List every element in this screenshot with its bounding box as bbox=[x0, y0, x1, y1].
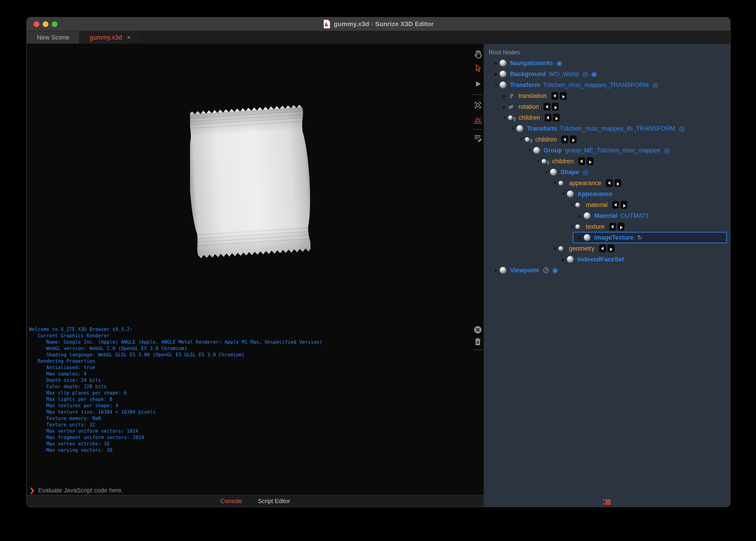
expander-icon[interactable]: ▶ bbox=[493, 60, 500, 66]
expander-icon[interactable]: ▶ bbox=[501, 93, 508, 99]
expander-icon[interactable]: ▼ bbox=[552, 246, 558, 251]
outline-row-imagetexture[interactable]: ▶ImageTexture↻ bbox=[484, 232, 730, 243]
script-edit-icon[interactable] bbox=[473, 133, 483, 143]
route-input-icon[interactable] bbox=[609, 223, 616, 231]
reload-texture-icon[interactable]: ↻ bbox=[637, 235, 643, 241]
expander-icon[interactable]: ▼ bbox=[552, 181, 558, 186]
route-output-icon[interactable] bbox=[570, 136, 577, 143]
visibility-icon[interactable]: ◎ bbox=[583, 169, 588, 176]
clear-console-icon[interactable] bbox=[473, 325, 483, 335]
route-output-icon[interactable] bbox=[618, 223, 624, 231]
expander-icon[interactable]: ▼ bbox=[518, 137, 525, 142]
expander-icon[interactable]: ▶ bbox=[493, 71, 500, 77]
trash-icon[interactable] bbox=[473, 337, 483, 347]
field-sphere-icon bbox=[542, 159, 546, 164]
route-input-icon[interactable] bbox=[561, 136, 568, 143]
expander-icon[interactable]: ▼ bbox=[535, 159, 542, 164]
visibility-icon[interactable]: ◎ bbox=[652, 82, 658, 88]
visibility-icon[interactable]: ◎ bbox=[582, 71, 588, 77]
route-output-icon[interactable] bbox=[552, 103, 559, 111]
expander-icon[interactable]: ▼ bbox=[568, 224, 575, 230]
outline-row-group[interactable]: ▼Groupgroup_ME_Tütchen_rissc_mappes◎ bbox=[484, 145, 730, 156]
node-sphere-icon bbox=[500, 71, 506, 77]
pan-hand-icon[interactable] bbox=[473, 49, 483, 59]
route-connectors bbox=[551, 92, 567, 100]
node-sphere-icon bbox=[584, 212, 591, 219]
outline-row-transform[interactable]: ▼TransformTütchen_rissc_mappes_TRANSFORM… bbox=[484, 80, 730, 90]
route-output-icon[interactable] bbox=[553, 114, 560, 122]
expander-icon[interactable]: ▼ bbox=[526, 148, 533, 153]
expander-icon[interactable]: ▼ bbox=[560, 192, 567, 197]
mfnode-list-icon bbox=[530, 139, 532, 143]
outline-row-appearance[interactable]: ▼appearance bbox=[484, 178, 730, 189]
route-output-icon[interactable] bbox=[614, 179, 621, 187]
expander-icon[interactable]: ▼ bbox=[493, 82, 500, 88]
route-output-icon[interactable] bbox=[621, 201, 627, 209]
visibility-icon[interactable]: ◎ bbox=[664, 147, 670, 154]
node-sphere-icon bbox=[567, 256, 574, 263]
node-type-label: Group bbox=[544, 147, 562, 154]
route-input-icon[interactable] bbox=[612, 201, 619, 209]
toolbar-divider bbox=[473, 129, 483, 130]
tool-wrench-icon[interactable] bbox=[543, 267, 549, 274]
outline-row-viewpoint[interactable]: ▶Viewpoint◉ bbox=[484, 265, 730, 276]
outline-row-translation[interactable]: ▶translation bbox=[484, 90, 730, 101]
close-tab-icon[interactable]: × bbox=[127, 34, 131, 41]
play-icon[interactable] bbox=[473, 79, 483, 89]
console-prompt[interactable]: ❯ Evaluate JavaScript code here. bbox=[27, 486, 484, 495]
outline-row-texture[interactable]: ▼texture bbox=[484, 221, 730, 232]
minimize-window-button[interactable] bbox=[43, 21, 48, 27]
tab-console[interactable]: Console bbox=[220, 498, 242, 505]
expander-icon[interactable]: ▶ bbox=[501, 104, 508, 110]
route-input-icon[interactable] bbox=[578, 157, 585, 165]
route-input-icon[interactable] bbox=[606, 179, 613, 187]
outline-row-shape[interactable]: ▼Shape◎ bbox=[484, 167, 730, 178]
route-input-icon[interactable] bbox=[543, 103, 550, 111]
bound-node-icon[interactable]: ◉ bbox=[552, 267, 558, 274]
bound-node-icon[interactable]: ◉ bbox=[556, 60, 562, 67]
expander-icon[interactable]: ▼ bbox=[543, 170, 550, 175]
zoom-window-button[interactable] bbox=[52, 21, 58, 27]
tab-new-scene[interactable]: New Scene bbox=[27, 31, 80, 44]
outline-row-transform[interactable]: ▼TransformTütchen_rissc_mappes_ifs_TRANS… bbox=[484, 123, 730, 134]
expander-icon[interactable]: ▼ bbox=[501, 115, 508, 120]
expander-icon[interactable]: ▶ bbox=[560, 257, 567, 262]
sunrise-icon[interactable] bbox=[473, 115, 483, 125]
route-connectors bbox=[578, 157, 593, 165]
route-input-icon[interactable] bbox=[551, 92, 558, 100]
close-window-button[interactable] bbox=[34, 21, 39, 27]
tab-script-editor[interactable]: Script Editor bbox=[258, 498, 290, 505]
route-output-icon[interactable] bbox=[608, 245, 614, 252]
outline-row-children[interactable]: ▼children bbox=[484, 156, 730, 167]
select-arrow-icon[interactable] bbox=[473, 63, 483, 73]
outline-list-icon[interactable] bbox=[603, 499, 611, 505]
outline-row-children[interactable]: ▼children bbox=[484, 134, 730, 145]
route-output-icon[interactable] bbox=[587, 157, 593, 165]
bound-node-icon[interactable]: ◉ bbox=[591, 71, 597, 77]
expander-icon[interactable]: ▼ bbox=[568, 202, 575, 208]
outline-row-children[interactable]: ▼children bbox=[484, 112, 730, 123]
visibility-icon[interactable]: ◎ bbox=[679, 125, 685, 132]
route-input-icon[interactable] bbox=[599, 245, 606, 252]
outline-row-material[interactable]: ▼material bbox=[484, 200, 730, 210]
tab-gummy-x3d[interactable]: gummy.x3d × bbox=[80, 31, 141, 44]
route-input-icon[interactable] bbox=[545, 114, 551, 122]
outline-row-indexedfaceset[interactable]: ▶IndexedFaceSet bbox=[484, 254, 730, 265]
outline-row-appearance[interactable]: ▼Appearance bbox=[484, 189, 730, 200]
route-connectors bbox=[599, 245, 614, 252]
expander-icon[interactable]: ▶ bbox=[493, 268, 500, 273]
outline-row-material[interactable]: ▶MaterialOUTMAT1 bbox=[484, 210, 730, 221]
outline-row-geometry[interactable]: ▼geometry bbox=[484, 243, 730, 254]
viewport-3d[interactable] bbox=[27, 44, 484, 325]
toolbar-divider bbox=[473, 95, 483, 95]
outline-row-background[interactable]: ▶BackgroundWO_World◎◉ bbox=[484, 69, 730, 80]
outline-row-navigationinfo[interactable]: ▶NavigationInfo◉ bbox=[484, 58, 730, 69]
fit-view-icon[interactable] bbox=[473, 100, 483, 110]
expander-icon[interactable]: ▼ bbox=[510, 126, 516, 131]
expander-icon[interactable]: ▶ bbox=[577, 235, 584, 240]
expander-icon[interactable]: ▶ bbox=[577, 213, 584, 219]
route-output-icon[interactable] bbox=[560, 92, 567, 100]
outline-row-rotation[interactable]: ▶rotation bbox=[484, 101, 730, 112]
desktop-background: gummy.x3d · Sunrize X3D Editor New Scene… bbox=[0, 0, 756, 541]
console-output[interactable]: Welcome to X_ITE X3D Browser v9.5.2: Cur… bbox=[27, 325, 484, 486]
